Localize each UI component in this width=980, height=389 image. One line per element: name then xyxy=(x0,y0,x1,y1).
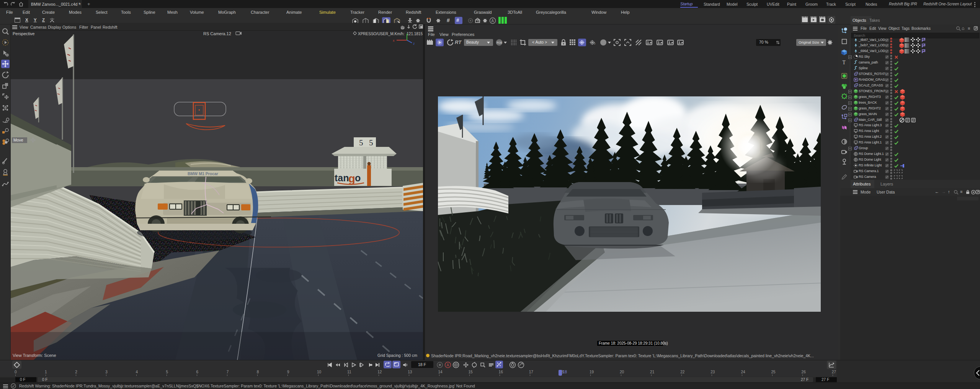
svg-text:View Transform: Scene: View Transform: Scene xyxy=(13,353,56,358)
svg-text:T: T xyxy=(843,60,846,65)
svg-text:5: 5 xyxy=(369,138,373,147)
svg-text:BMW M1 Procar: BMW M1 Procar xyxy=(188,171,218,176)
svg-text:XPRESSO/USER_M.Km/h: 121.1815: XPRESSO/USER_M.Km/h: 121.1815 xyxy=(358,32,423,36)
svg-text:Move: Move xyxy=(13,138,23,142)
svg-text:RGB: RGB xyxy=(497,41,502,44)
svg-text:A: A xyxy=(447,363,449,367)
svg-text:g: g xyxy=(348,173,355,185)
svg-text:RS Camera.12: RS Camera.12 xyxy=(203,31,231,36)
svg-text:x: x xyxy=(393,39,395,42)
svg-text:Grid Spacing : 500 cm: Grid Spacing : 500 cm xyxy=(377,353,417,358)
svg-text:A: A xyxy=(492,19,494,23)
svg-text:tan: tan xyxy=(335,173,349,183)
svg-text:o: o xyxy=(355,173,361,183)
svg-text:Perspective: Perspective xyxy=(13,31,34,36)
svg-text:z: z xyxy=(413,42,415,46)
svg-text:5: 5 xyxy=(359,138,363,147)
